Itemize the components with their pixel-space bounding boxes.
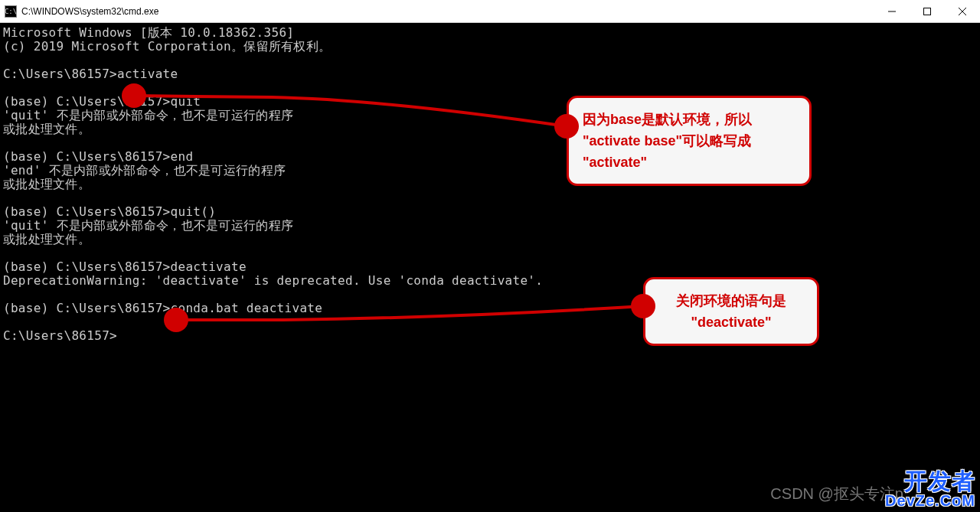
cmd-icon: C:\ <box>5 5 17 18</box>
watermark-devze: 开发者 DevZe.CoM <box>885 469 975 510</box>
window-controls <box>874 0 980 23</box>
close-button[interactable] <box>945 0 980 23</box>
callout-line: "activate base"可以略写成 <box>583 130 795 152</box>
window-title: C:\WINDOWS\system32\cmd.exe <box>21 6 158 17</box>
terminal-output[interactable]: Microsoft Windows [版本 10.0.18362.356] (c… <box>0 23 980 346</box>
svg-rect-0 <box>924 8 931 15</box>
callout-line: "activate" <box>583 152 795 173</box>
callout-line: 因为base是默认环境，所以 <box>583 109 795 130</box>
callout-line: "deactivate" <box>659 311 803 333</box>
titlebar[interactable]: C:\ C:\WINDOWS\system32\cmd.exe <box>0 0 980 23</box>
callout-line: 关闭环境的语句是 <box>659 290 803 311</box>
annotation-callout-activate: 因为base是默认环境，所以 "activate base"可以略写成 "act… <box>567 96 812 186</box>
cmd-window: C:\ C:\WINDOWS\system32\cmd.exe Microsof… <box>0 0 980 512</box>
minimize-button[interactable] <box>874 0 910 23</box>
watermark-line: DevZe.CoM <box>885 493 975 509</box>
watermark-line: 开发者 <box>885 469 975 494</box>
titlebar-left: C:\ C:\WINDOWS\system32\cmd.exe <box>5 5 158 18</box>
maximize-button[interactable] <box>910 0 945 23</box>
watermark-csdn: CSDN @抠头专注p <box>770 484 903 504</box>
annotation-callout-deactivate: 关闭环境的语句是 "deactivate" <box>643 277 819 346</box>
